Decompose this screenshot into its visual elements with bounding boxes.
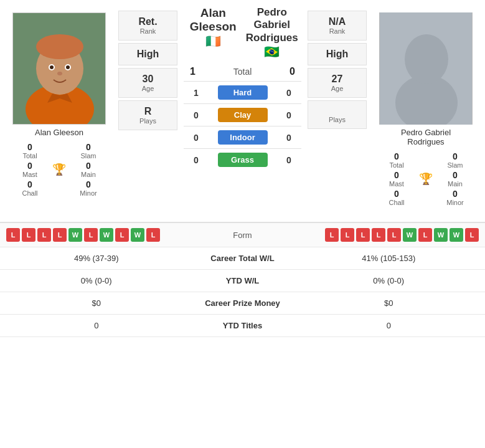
player1-form-badges: LLLLWLWLWL <box>6 228 212 242</box>
player2-name-center: Pedro Gabriel Rodrigues 🇧🇷 <box>243 6 302 59</box>
player2-main-stat: 0 Main <box>438 170 473 188</box>
trophy1-icon: 🏆 <box>52 163 66 176</box>
form-badge-p1: L <box>6 228 20 242</box>
trophy2-icon: 🏆 <box>419 172 433 186</box>
center-column: Alan Gleeson 🇮🇪 Pedro Gabriel Rodrigues … <box>184 6 301 171</box>
form-label: Form <box>212 231 274 240</box>
player1-column: Alan Gleeson 0 Total 0 Slam 0 Mast 🏆 <box>6 6 112 203</box>
player1-age-card: 30 Age <box>118 68 177 98</box>
form-badge-p1: W <box>100 228 113 242</box>
player2-age-card: 27 Age <box>308 68 367 98</box>
stats-left-1: 0% (0-0) <box>6 276 187 285</box>
stats-right-1: 0% (0-0) <box>299 276 479 285</box>
stats-right-2: $0 <box>299 298 479 308</box>
svg-point-5 <box>36 34 83 59</box>
stats-label-2: Career Prize Money <box>187 298 299 308</box>
stats-rows-container: 49% (37-39) Career Total W/L 41% (105-15… <box>0 247 485 337</box>
player2-flag: 🇧🇷 <box>243 44 302 59</box>
player2-slam-stat: 0 Slam <box>438 151 473 169</box>
form-badge-p2: L <box>372 228 385 242</box>
player1-mast-stat: 0 Mast <box>12 161 47 178</box>
player2-total-stat: 0 Total <box>379 151 414 169</box>
player1-photo <box>12 12 106 125</box>
player2-plays-card: Plays <box>308 100 367 129</box>
form-badge-p1: W <box>131 228 144 242</box>
player1-slam-stat: 0 Slam <box>71 142 106 160</box>
indoor-badge: Indoor <box>218 130 268 145</box>
player2-name-label: Pedro Gabriel Rodrigues <box>401 128 451 146</box>
svg-point-9 <box>66 65 70 69</box>
form-badge-p2: L <box>387 228 401 242</box>
stats-right-3: 0 <box>299 321 479 330</box>
form-badge-p1: L <box>146 228 160 242</box>
player1-name-label: Alan Gleeson <box>35 128 83 137</box>
player1-stats-col: Ret. Rank High 30 Age R Plays <box>115 6 181 135</box>
player1-minor-stat: 0 Minor <box>71 179 106 197</box>
stats-label-0: Career Total W/L <box>187 254 299 263</box>
stats-row-0: 49% (37-39) Career Total W/L 41% (105-15… <box>0 247 485 270</box>
player2-minor-stat: 0 Minor <box>438 189 473 206</box>
form-badge-p2: L <box>341 228 354 242</box>
form-badge-p2: W <box>450 228 463 242</box>
form-badge-p1: L <box>22 228 35 242</box>
main-container: Alan Gleeson 0 Total 0 Slam 0 Mast 🏆 <box>0 0 485 448</box>
player2-column: Pedro Gabriel Rodrigues 0 Total 0 Slam 0… <box>373 6 479 212</box>
svg-point-10 <box>57 72 62 75</box>
player1-plays-card: R Plays <box>118 100 177 130</box>
surface-indoor-row: 0 Indoor 0 <box>184 126 301 148</box>
form-badge-p2: W <box>403 228 417 242</box>
form-badge-p2: L <box>418 228 432 242</box>
stats-label-3: YTD Titles <box>187 321 299 330</box>
stats-row-1: 0% (0-0) YTD W/L 0% (0-0) <box>0 270 485 292</box>
surface-hard-row: 1 Hard 0 <box>184 81 301 103</box>
player2-rank-card: N/A Rank <box>308 11 367 41</box>
form-badge-p1: W <box>68 228 82 242</box>
stats-right-0: 41% (105-153) <box>299 254 479 263</box>
player1-high-card: High <box>118 43 177 65</box>
stats-label-1: YTD W/L <box>187 276 299 285</box>
form-badge-p1: L <box>84 228 98 242</box>
player1-photo-svg <box>13 12 105 125</box>
total-row: 1 Total 0 <box>184 62 301 81</box>
stats-left-3: 0 <box>6 321 187 330</box>
player2-photo-svg <box>380 12 472 125</box>
player2-photo <box>379 12 473 125</box>
clay-badge: Clay <box>218 108 268 122</box>
svg-point-14 <box>405 34 448 84</box>
hard-badge: Hard <box>218 85 268 100</box>
form-badge-p1: L <box>53 228 67 242</box>
player1-main-stat: 0 Main <box>71 161 106 178</box>
form-badge-p2: L <box>465 228 479 242</box>
stats-row-2: $0 Career Prize Money $0 <box>0 292 485 315</box>
player1-chall-stat: 0 Chall <box>12 179 47 197</box>
stats-left-0: 49% (37-39) <box>6 254 187 263</box>
player1-rank-card: Ret. Rank <box>118 11 177 41</box>
player2-form-badges: LLLLLWLWWL <box>274 228 479 242</box>
player2-mast-stat: 0 Mast <box>379 170 414 188</box>
form-badge-p1: L <box>115 228 129 242</box>
player2-high-card: High <box>308 43 367 65</box>
grass-badge: Grass <box>218 153 268 167</box>
top-bar: Alan Gleeson 0 Total 0 Slam 0 Mast 🏆 <box>0 0 485 219</box>
surface-grass-row: 0 Grass 0 <box>184 148 301 171</box>
player1-name-center: Alan Gleeson 🇮🇪 <box>184 6 243 49</box>
bottom-section: LLLLWLWLWL Form LLLLLWLWWL 49% (37-39) C… <box>0 222 485 337</box>
surface-clay-row: 0 Clay 0 <box>184 103 301 126</box>
player2-stats-col: N/A Rank High 27 Age Plays <box>304 6 370 133</box>
form-badge-p2: W <box>434 228 448 242</box>
form-row: LLLLWLWLWL Form LLLLLWLWWL <box>0 223 485 247</box>
player2-chall-stat: 0 Chall <box>379 189 414 206</box>
surface-section: 1 Hard 0 0 Clay 0 0 Indoor 0 <box>184 81 301 171</box>
form-badge-p2: L <box>325 228 339 242</box>
player1-flag: 🇮🇪 <box>184 34 243 49</box>
svg-point-8 <box>50 65 54 69</box>
player1-total-stat: 0 Total <box>12 142 47 160</box>
form-badge-p1: L <box>37 228 51 242</box>
stats-row-3: 0 YTD Titles 0 <box>0 315 485 337</box>
stats-left-2: $0 <box>6 298 187 308</box>
form-badge-p2: L <box>356 228 370 242</box>
